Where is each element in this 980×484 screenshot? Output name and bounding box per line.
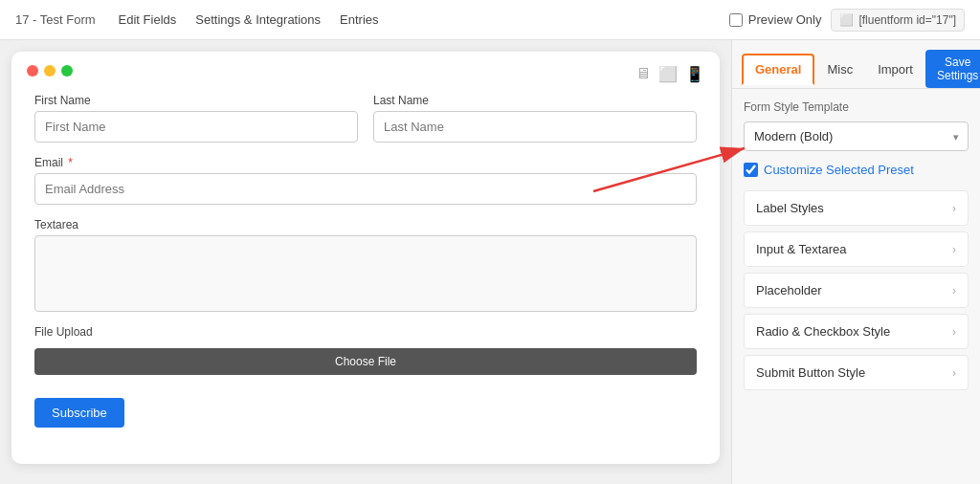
customize-checkbox[interactable] xyxy=(744,163,758,177)
top-nav: Edit Fields Settings & Integrations Entr… xyxy=(119,9,706,31)
accordion-radio-text: Radio & Checkbox Style xyxy=(756,324,890,339)
chevron-right-icon-2: › xyxy=(952,243,956,256)
textarea-row: Textarea xyxy=(34,218,697,312)
window-dot-green xyxy=(61,65,73,77)
shortcode-badge[interactable]: ⬜ [fluentform id="17"] xyxy=(831,9,965,32)
textarea-input[interactable] xyxy=(34,235,697,312)
file-upload-row: File Upload Choose File xyxy=(34,325,697,375)
last-name-label: Last Name xyxy=(373,94,697,107)
preview-only-toggle[interactable]: Preview Only xyxy=(729,12,822,27)
textarea-label: Textarea xyxy=(34,218,697,231)
preset-select[interactable]: Modern (Bold) xyxy=(744,121,969,151)
last-name-group: Last Name xyxy=(373,94,697,143)
accordion-placeholder-text: Placeholder xyxy=(756,283,822,297)
window-controls xyxy=(27,65,73,77)
settings-body: Form Style Template Modern (Bold) ▾ Cust… xyxy=(732,89,980,484)
first-name-label: First Name xyxy=(34,94,358,107)
accordion-header-label-styles[interactable]: Label Styles › xyxy=(745,191,968,225)
accordion-submit-text: Submit Button Style xyxy=(756,365,865,380)
submit-button[interactable]: Subscribe xyxy=(34,398,124,428)
preview-only-label: Preview Only xyxy=(748,12,822,27)
window-dot-yellow xyxy=(44,65,56,77)
choose-file-button[interactable]: Choose File xyxy=(34,348,697,375)
nav-edit-fields[interactable]: Edit Fields xyxy=(119,9,177,31)
topbar-actions: Preview Only ⬜ [fluentform id="17"] xyxy=(729,9,965,32)
file-upload-label: File Upload xyxy=(34,325,697,339)
main-layout: 🖥 ⬜ 📱 First Name Last Name xyxy=(0,40,980,484)
file-upload-group: File Upload Choose File xyxy=(34,325,697,375)
form-window: 🖥 ⬜ 📱 First Name Last Name xyxy=(11,52,720,464)
save-settings-button[interactable]: Save Settings xyxy=(925,50,980,88)
form-style-label: Form Style Template xyxy=(744,100,969,114)
accordion-submit-button[interactable]: Submit Button Style › xyxy=(744,355,969,390)
first-name-group: First Name xyxy=(34,94,358,143)
shortcode-value: [fluentform id="17"] xyxy=(858,13,956,27)
first-name-input[interactable] xyxy=(34,111,358,143)
accordion-input-text: Input & Textarea xyxy=(756,242,846,256)
tablet-icon[interactable]: ⬜ xyxy=(658,65,678,83)
accordion-input-textarea[interactable]: Input & Textarea › xyxy=(744,231,969,267)
nav-settings[interactable]: Settings & Integrations xyxy=(195,9,321,31)
accordion-label-styles[interactable]: Label Styles › xyxy=(744,190,969,226)
chevron-right-icon-4: › xyxy=(952,325,956,339)
required-marker: * xyxy=(65,156,73,169)
preview-only-checkbox[interactable] xyxy=(729,13,743,27)
email-input[interactable] xyxy=(34,173,697,205)
form-preview-panel: 🖥 ⬜ 📱 First Name Last Name xyxy=(0,40,731,484)
form-content: First Name Last Name Email * xyxy=(34,94,697,428)
tab-misc[interactable]: Misc xyxy=(814,55,865,84)
settings-tabs: General Misc Import Save Settings xyxy=(732,40,980,89)
tab-import[interactable]: Import xyxy=(865,55,925,84)
accordion-header-submit[interactable]: Submit Button Style › xyxy=(745,356,968,389)
submit-row: Subscribe xyxy=(34,388,697,428)
shortcode-icon: ⬜ xyxy=(839,13,854,27)
customize-label[interactable]: Customize Selected Preset xyxy=(764,163,914,177)
topbar: 17 - Test Form Edit Fields Settings & In… xyxy=(0,0,980,40)
desktop-icon[interactable]: 🖥 xyxy=(635,65,651,83)
last-name-input[interactable] xyxy=(373,111,697,143)
accordion-header-input[interactable]: Input & Textarea › xyxy=(745,232,968,266)
accordion-label-styles-text: Label Styles xyxy=(756,201,824,215)
accordion-placeholder[interactable]: Placeholder › xyxy=(744,273,969,308)
email-group: Email * xyxy=(34,156,697,205)
chevron-right-icon-5: › xyxy=(952,366,956,380)
nav-entries[interactable]: Entries xyxy=(340,9,378,31)
settings-panel: General Misc Import Save Settings Form S… xyxy=(731,40,980,484)
page-title: 17 - Test Form xyxy=(15,12,96,27)
email-label: Email * xyxy=(34,156,697,169)
preset-select-wrap: Modern (Bold) ▾ xyxy=(744,121,969,151)
window-dot-red xyxy=(27,65,38,77)
accordion-header-placeholder[interactable]: Placeholder › xyxy=(745,274,968,307)
name-row: First Name Last Name xyxy=(34,94,697,143)
mobile-icon[interactable]: 📱 xyxy=(685,65,704,83)
customize-row: Customize Selected Preset xyxy=(744,163,969,177)
chevron-right-icon-3: › xyxy=(952,284,956,297)
tab-general[interactable]: General xyxy=(742,54,814,85)
view-icons: 🖥 ⬜ 📱 xyxy=(635,65,704,83)
accordion-header-radio[interactable]: Radio & Checkbox Style › xyxy=(745,315,968,348)
accordion-radio-checkbox[interactable]: Radio & Checkbox Style › xyxy=(744,314,969,349)
chevron-right-icon: › xyxy=(952,202,956,215)
textarea-group: Textarea xyxy=(34,218,697,312)
email-row: Email * xyxy=(34,156,697,205)
